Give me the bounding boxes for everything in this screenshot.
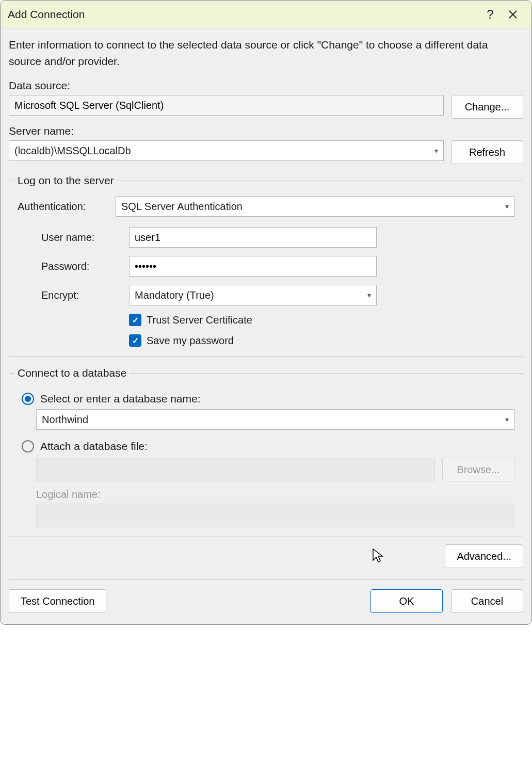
close-icon xyxy=(508,10,518,19)
dialog-title: Add Connection xyxy=(8,8,479,21)
chevron-down-icon: ▾ xyxy=(505,202,509,211)
select-database-radio[interactable] xyxy=(22,393,34,405)
close-button[interactable] xyxy=(502,3,524,26)
encrypt-label: Encrypt: xyxy=(41,289,119,301)
authentication-label: Authentication: xyxy=(18,201,105,213)
refresh-button[interactable]: Refresh xyxy=(451,140,523,164)
test-connection-button[interactable]: Test Connection xyxy=(9,589,106,613)
change-button[interactable]: Change... xyxy=(451,95,523,119)
add-connection-dialog: Add Connection ? Enter information to co… xyxy=(0,0,532,625)
check-icon: ✓ xyxy=(132,315,139,325)
select-database-label: Select or enter a database name: xyxy=(40,393,201,405)
server-name-combo[interactable]: (localdb)\MSSQLLocalDb ▾ xyxy=(9,140,444,161)
server-name-label: Server name: xyxy=(9,125,523,137)
password-label: Password: xyxy=(41,261,119,272)
database-name-value: Northwind xyxy=(42,414,88,426)
server-name-value: (localdb)\MSSQLLocalDb xyxy=(14,145,131,157)
database-name-combo[interactable]: Northwind ▾ xyxy=(36,409,514,430)
chevron-down-icon: ▾ xyxy=(367,291,371,299)
ok-button[interactable]: OK xyxy=(370,589,443,613)
save-password-checkbox[interactable]: ✓ xyxy=(129,334,141,347)
database-group: Connect to a database Select or enter a … xyxy=(9,367,523,537)
help-button[interactable]: ? xyxy=(479,3,502,26)
username-field[interactable] xyxy=(129,227,377,248)
dialog-footer: Test Connection OK Cancel xyxy=(1,580,531,624)
database-legend: Connect to a database xyxy=(14,367,130,379)
save-password-label: Save my password xyxy=(147,335,234,347)
dialog-content: Enter information to connect to the sele… xyxy=(1,28,531,580)
username-label: User name: xyxy=(41,232,119,244)
help-icon: ? xyxy=(487,7,493,22)
chevron-down-icon: ▾ xyxy=(505,415,509,424)
trust-certificate-checkbox[interactable]: ✓ xyxy=(129,314,141,326)
authentication-combo[interactable]: SQL Server Authentication ▾ xyxy=(116,196,514,217)
advanced-button[interactable]: Advanced... xyxy=(445,544,523,568)
logon-group: Log on to the server Authentication: SQL… xyxy=(9,174,523,357)
data-source-field xyxy=(9,95,444,116)
data-source-label: Data source: xyxy=(9,79,523,92)
attach-file-radio[interactable] xyxy=(22,440,34,453)
trust-certificate-label: Trust Server Certificate xyxy=(147,314,252,326)
cancel-button[interactable]: Cancel xyxy=(451,589,523,613)
browse-button: Browse... xyxy=(442,458,514,481)
separator xyxy=(9,579,523,580)
attach-file-label: Attach a database file: xyxy=(40,440,148,453)
logon-legend: Log on to the server xyxy=(14,174,117,187)
titlebar: Add Connection ? xyxy=(1,1,531,28)
chevron-down-icon: ▾ xyxy=(434,147,438,155)
attach-file-field xyxy=(36,458,435,481)
encrypt-combo[interactable]: Mandatory (True) ▾ xyxy=(129,285,377,305)
check-icon: ✓ xyxy=(132,336,139,346)
logical-name-field xyxy=(36,504,514,527)
password-field[interactable] xyxy=(129,256,377,277)
authentication-value: SQL Server Authentication xyxy=(121,201,243,213)
dialog-description: Enter information to connect to the sele… xyxy=(9,37,523,69)
logical-name-label: Logical name: xyxy=(36,489,514,500)
encrypt-value: Mandatory (True) xyxy=(135,289,214,301)
